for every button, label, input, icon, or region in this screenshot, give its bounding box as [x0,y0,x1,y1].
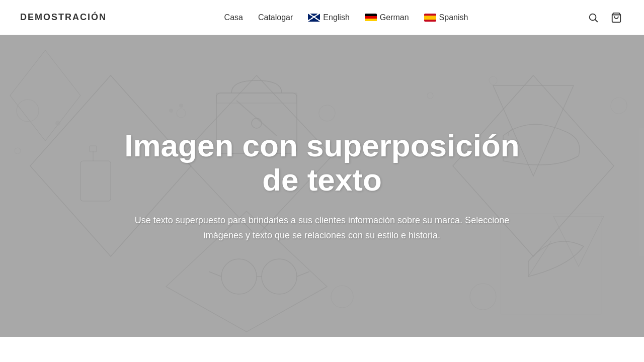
below-hero-section [0,337,644,362]
svg-point-0 [590,14,596,20]
hero-title: Imagen con superposición de texto [116,129,528,197]
spanish-label: Spanish [439,13,468,22]
cart-icon [611,12,622,23]
lang-english[interactable]: English [308,13,349,22]
nav-catalogar[interactable]: Catalogar [258,13,293,22]
cart-button[interactable] [609,10,624,25]
german-flag-icon [365,14,377,22]
hero-section: Imagen con superposición de texto Use te… [0,35,644,337]
hero-subtitle: Use texto superpuesto para brindarles a … [116,213,528,243]
english-flag-icon [308,14,320,22]
lang-spanish[interactable]: Spanish [424,13,468,22]
brand-logo: DEMOSTRACIÓN [20,12,107,23]
search-button[interactable] [586,10,601,25]
header: DEMOSTRACIÓN Casa Catalogar English Germ… [0,0,644,35]
spanish-flag-icon [424,14,436,22]
main-nav: Casa Catalogar English German Spanish [224,13,468,22]
english-label: English [323,13,349,22]
svg-line-1 [595,20,597,22]
header-actions [586,10,624,25]
lang-german[interactable]: German [365,13,409,22]
search-icon [588,12,599,23]
hero-content: Imagen con superposición de texto Use te… [96,129,548,243]
nav-casa[interactable]: Casa [224,13,243,22]
german-label: German [380,13,409,22]
